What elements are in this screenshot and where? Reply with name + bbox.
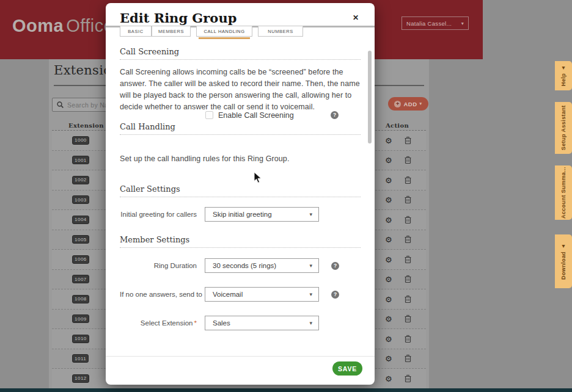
settings-gear-icon[interactable]: ⚙ <box>385 255 392 263</box>
tab-numbers[interactable]: NUMBERS <box>258 26 303 37</box>
initial-greeting-dropdown[interactable]: Skip initial greeting ▾ <box>205 207 319 222</box>
section-divider <box>120 134 361 135</box>
sidebar-tab-help[interactable]: Help ▴ <box>555 61 572 90</box>
call-handling-description: Set up the call handling rules for this … <box>120 153 362 165</box>
delete-trash-icon[interactable] <box>405 374 411 382</box>
extension-badge: 1012 <box>72 374 89 383</box>
settings-gear-icon[interactable]: ⚙ <box>385 275 392 283</box>
column-header-action: Action <box>386 122 409 129</box>
help-icon[interactable]: ? <box>331 291 339 299</box>
active-tab-underline <box>199 37 250 39</box>
chevron-down-icon: ▾ <box>309 211 312 217</box>
chevron-down-icon: ▾ <box>461 21 464 26</box>
extension-badge: 1011 <box>72 354 89 363</box>
tab-basic[interactable]: BASIC <box>120 26 152 37</box>
help-icon[interactable]: ? <box>331 111 339 119</box>
delete-trash-icon[interactable] <box>405 275 411 283</box>
field-ring-duration: Ring Duration 30 seconds (5 rings) ▾ ? <box>120 258 370 273</box>
delete-trash-icon[interactable] <box>405 136 411 144</box>
delete-trash-icon[interactable] <box>405 335 411 343</box>
extension-badge: 1009 <box>72 314 89 323</box>
delete-trash-icon[interactable] <box>405 236 411 244</box>
delete-trash-icon[interactable] <box>405 295 411 303</box>
extension-badge: 1001 <box>72 156 89 164</box>
dropdown-value: 30 seconds (5 rings) <box>213 262 276 269</box>
footer-divider <box>106 356 375 357</box>
user-account-dropdown[interactable]: Natalia Cassel... ▾ <box>402 16 469 30</box>
extension-badge: 1002 <box>72 176 89 184</box>
delete-trash-icon[interactable] <box>405 216 411 223</box>
delete-trash-icon[interactable] <box>405 196 411 204</box>
window-bottom-edge <box>0 388 572 392</box>
extension-badge: 1010 <box>72 335 89 343</box>
help-icon[interactable]: ? <box>331 262 339 270</box>
dropdown-value: Sales <box>213 319 230 327</box>
sidebar-tab-download[interactable]: Download ▴ <box>555 234 572 288</box>
field-no-answer-destination: If no one answers, send to Voicemail ▾ ? <box>120 287 370 302</box>
extension-badge: 1008 <box>72 295 89 303</box>
section-heading-call-screening: Call Screening <box>120 47 179 56</box>
delete-trash-icon[interactable] <box>405 255 411 263</box>
edit-ring-group-dialog: Edit Ring Group ✕ BASIC MEMBERS CALL HAN… <box>106 3 375 385</box>
chevron-down-icon: ▾ <box>309 263 312 269</box>
extension-badge: 1005 <box>72 235 89 244</box>
extension-badge: 1003 <box>72 195 89 204</box>
settings-gear-icon[interactable]: ⚙ <box>385 355 392 363</box>
dialog-title: Edit Ring Group <box>120 10 237 26</box>
settings-gear-icon[interactable]: ⚙ <box>385 295 392 303</box>
settings-gear-icon[interactable]: ⚙ <box>385 156 392 164</box>
sidebar-tab-setup-assistant[interactable]: Setup Assistant <box>555 102 572 154</box>
enable-call-screening-checkbox[interactable] <box>205 111 213 119</box>
delete-trash-icon[interactable] <box>405 176 411 184</box>
field-label: If no one answers, send to <box>120 291 205 298</box>
call-screening-description: Call Screening allows incoming calls be … <box>120 67 362 113</box>
settings-gear-icon[interactable]: ⚙ <box>385 374 392 382</box>
delete-trash-icon[interactable] <box>405 315 411 323</box>
screen: OomaOffice Natalia Cassel... ▾ Extension… <box>0 0 572 392</box>
plus-circle-icon: + <box>394 101 401 107</box>
settings-gear-icon[interactable]: ⚙ <box>385 335 392 343</box>
settings-gear-icon[interactable]: ⚙ <box>385 176 392 184</box>
dialog-scrollbar[interactable] <box>368 51 372 143</box>
add-button[interactable]: + ADD ▾ <box>388 97 428 111</box>
section-divider <box>120 197 361 197</box>
required-asterisk: * <box>194 319 197 327</box>
settings-gear-icon[interactable]: ⚙ <box>385 216 392 223</box>
dropdown-value: Voicemail <box>213 291 243 298</box>
logo-ooma: Ooma <box>12 16 64 35</box>
section-heading-caller-settings: Caller Settings <box>120 184 180 194</box>
section-heading-call-handling: Call Handling <box>120 122 175 131</box>
dropdown-value: Skip initial greeting <box>213 211 272 218</box>
column-header-extension: Extension <box>68 122 104 129</box>
extension-badge: 1004 <box>72 216 89 224</box>
select-extension-dropdown[interactable]: Sales ▾ <box>205 316 319 330</box>
section-heading-member-settings: Member Settings <box>120 235 189 244</box>
extension-badge: 1007 <box>72 275 89 283</box>
checkbox-label: Enable Call Screening <box>218 111 294 120</box>
tab-call-handling[interactable]: CALL HANDLING <box>196 26 252 37</box>
settings-gear-icon[interactable]: ⚙ <box>385 136 392 144</box>
field-select-extension: Select Extension* Sales ▾ <box>120 316 370 330</box>
ooma-office-logo: OomaOffice <box>12 16 114 36</box>
delete-trash-icon[interactable] <box>405 156 411 164</box>
add-button-label: ADD <box>403 101 417 107</box>
extension-badge: 1000 <box>72 136 89 145</box>
section-divider <box>120 59 361 60</box>
user-name-label: Natalia Cassel... <box>406 20 452 27</box>
save-button[interactable]: SAVE <box>332 361 362 376</box>
ring-duration-dropdown[interactable]: 30 seconds (5 rings) ▾ <box>205 258 319 273</box>
chevron-down-icon: ▾ <box>420 101 422 106</box>
no-answer-dropdown[interactable]: Voicemail ▾ <box>205 287 319 302</box>
field-label: Select Extension* <box>120 319 205 327</box>
section-divider <box>120 247 361 248</box>
settings-gear-icon[interactable]: ⚙ <box>385 236 392 244</box>
tab-members[interactable]: MEMBERS <box>152 26 191 37</box>
delete-trash-icon[interactable] <box>405 355 411 363</box>
close-icon[interactable]: ✕ <box>353 13 359 22</box>
chevron-down-icon: ▾ <box>309 291 312 297</box>
sidebar-tab-account-summary[interactable]: Account Summa... <box>555 165 572 220</box>
field-label: Ring Duration <box>120 262 205 269</box>
settings-gear-icon[interactable]: ⚙ <box>385 196 392 204</box>
settings-gear-icon[interactable]: ⚙ <box>385 315 392 323</box>
field-initial-greeting: Initial greeting for callers Skip initia… <box>120 207 370 222</box>
